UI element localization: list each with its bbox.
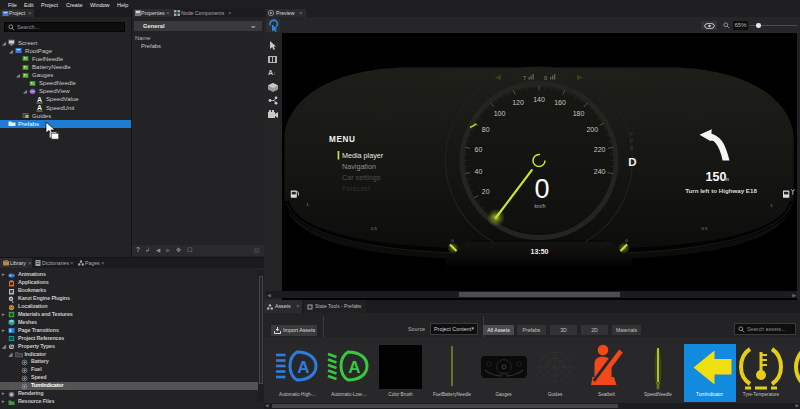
svg-text:180: 180 [573,110,585,117]
svg-text:Turn left to Highway E18: Turn left to Highway E18 [685,187,757,194]
svg-text:G: G [10,343,14,349]
svg-text:km/h: km/h [535,203,546,209]
svg-text:140: 140 [533,96,545,103]
svg-text:240: 240 [594,168,606,175]
svg-text:MENU: MENU [329,135,356,144]
svg-text:8: 8 [544,75,547,81]
svg-text:0: 0 [534,174,549,204]
svg-text:P: P [630,132,633,137]
svg-text:0.5: 0.5 [701,226,708,231]
svg-text:A: A [37,96,42,103]
svg-text:Car settings: Car settings [342,173,381,182]
svg-text:220: 220 [594,146,606,153]
svg-text:A: A [348,358,360,377]
svg-text:N: N [630,146,633,151]
svg-text:100: 100 [494,110,506,117]
svg-text:20: 20 [482,188,490,195]
svg-text:60: 60 [475,146,483,153]
svg-text:Forecast: Forecast [342,184,370,193]
svg-text:160: 160 [554,99,566,106]
svg-text:200: 200 [586,126,598,133]
svg-text:Navigation: Navigation [342,162,376,171]
svg-text:0.5: 0.5 [371,226,378,231]
svg-text:13:50: 13:50 [531,248,549,255]
svg-text:Media player: Media player [342,151,384,160]
svg-text:D: D [628,156,636,168]
svg-text:A: A [297,358,309,377]
svg-text:80: 80 [482,126,490,133]
svg-text:m: m [725,176,730,182]
svg-text:120: 120 [512,99,524,106]
svg-text:150: 150 [706,170,727,184]
svg-text:A: A [37,104,42,111]
svg-text:40: 40 [475,168,483,175]
